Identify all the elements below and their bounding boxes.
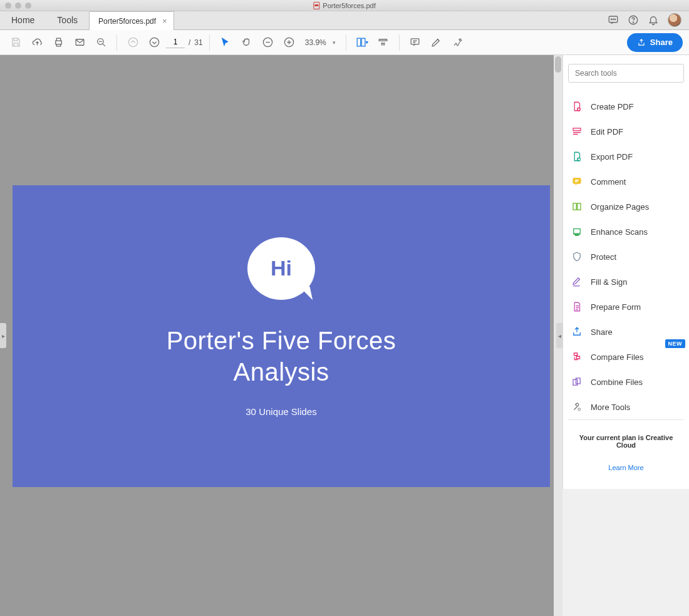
tool-label: Comment — [591, 177, 626, 187]
tools-link[interactable]: Tools — [46, 11, 89, 29]
read-mode-icon[interactable] — [374, 33, 393, 52]
tool-compare-files[interactable]: NEW Compare Files — [568, 344, 684, 369]
svg-rect-23 — [573, 379, 578, 385]
zoom-in-icon[interactable] — [280, 33, 299, 52]
tab-row: Home Tools Porter5forces.pdf × — [0, 11, 689, 30]
plan-message: Your current plan is Creative Cloud — [571, 434, 681, 449]
tool-label: Fill & Sign — [591, 277, 628, 287]
zoom-out-icon[interactable] — [259, 33, 277, 52]
tool-comment[interactable]: Comment — [568, 169, 684, 194]
tool-fill-sign[interactable]: Fill & Sign — [568, 269, 684, 294]
more-tools-icon — [571, 401, 583, 413]
tool-combine-files[interactable]: Combine Files — [568, 369, 684, 394]
left-panel-expander[interactable]: ▸ — [0, 323, 6, 348]
user-avatar[interactable] — [668, 13, 681, 27]
tool-enhance-scans[interactable]: Enhance Scans — [568, 219, 684, 244]
svg-rect-14 — [362, 38, 366, 46]
tool-protect[interactable]: Protect — [568, 244, 684, 269]
learn-more-link[interactable]: Learn More — [571, 464, 681, 471]
mail-icon[interactable] — [70, 33, 89, 52]
window-titlebar: Porter5forces.pdf — [0, 0, 689, 11]
tool-prepare-form[interactable]: Prepare Form — [568, 294, 684, 319]
zoom-out-magnifier-icon[interactable] — [91, 33, 110, 52]
tool-label: Protect — [591, 252, 616, 262]
share-button[interactable]: Share — [627, 33, 683, 52]
tool-edit-pdf[interactable]: Edit PDF — [568, 119, 684, 144]
tool-create-pdf[interactable]: Create PDF — [568, 94, 684, 119]
close-window-icon[interactable] — [5, 3, 11, 9]
right-panel-collapser[interactable]: ◂ — [556, 323, 562, 348]
save-icon[interactable] — [6, 33, 25, 52]
traffic-lights[interactable] — [0, 3, 31, 9]
chat-icon[interactable] — [608, 14, 619, 26]
share-icon — [571, 326, 583, 338]
toolbar-separator — [399, 34, 400, 51]
tool-label: Compare Files — [591, 352, 644, 362]
hand-pan-icon[interactable] — [237, 33, 256, 52]
tool-label: Edit PDF — [591, 127, 623, 136]
zoom-dropdown[interactable]: 33.9% ▾ — [301, 38, 339, 47]
svg-rect-15 — [411, 39, 419, 44]
page-up-icon[interactable] — [123, 33, 142, 52]
compare-files-icon — [571, 351, 583, 363]
slide-title: Porter's Five Forces Analysis — [167, 325, 396, 388]
toolbar-separator — [209, 34, 210, 51]
file-tab[interactable]: Porter5forces.pdf × — [89, 11, 174, 30]
bell-icon[interactable] — [648, 14, 659, 26]
tool-organize-pages[interactable]: Organize Pages — [568, 194, 684, 219]
svg-rect-13 — [357, 38, 361, 46]
svg-rect-17 — [573, 128, 581, 131]
edit-pdf-icon — [571, 125, 583, 138]
svg-point-10 — [150, 38, 158, 46]
close-tab-icon[interactable]: × — [162, 16, 167, 26]
pdf-file-icon — [313, 2, 319, 9]
slide-title-line2: Analysis — [167, 356, 396, 388]
share-upload-icon — [637, 38, 646, 47]
svg-point-1 — [611, 19, 611, 19]
scrollbar-thumb[interactable] — [555, 56, 561, 73]
prepare-form-icon — [571, 300, 583, 313]
pdf-page: Hi Porter's Five Forces Analysis 30 Uniq… — [13, 185, 550, 487]
minimize-window-icon[interactable] — [15, 3, 21, 9]
svg-rect-6 — [55, 41, 61, 44]
header-right-icons — [608, 11, 689, 29]
organize-pages-icon — [571, 200, 583, 213]
share-button-label: Share — [650, 38, 673, 47]
svg-point-2 — [613, 19, 613, 19]
fit-page-icon[interactable]: ▾ — [353, 33, 371, 52]
window-title-text: Porter5forces.pdf — [323, 2, 375, 9]
signature-icon[interactable] — [448, 33, 467, 52]
page-down-icon[interactable] — [145, 33, 163, 52]
svg-point-3 — [614, 19, 615, 19]
arrow-pointer-icon[interactable] — [216, 33, 235, 52]
new-badge: NEW — [665, 339, 686, 348]
bubble-text: Hi — [271, 256, 292, 280]
tool-label: Export PDF — [591, 152, 633, 162]
page-number-input[interactable] — [166, 36, 185, 48]
tool-more-tools[interactable]: More Tools — [568, 394, 684, 419]
slide-subtitle: 30 Unique Slides — [246, 406, 316, 417]
slide-title-line1: Porter's Five Forces — [167, 325, 396, 356]
enhance-scans-icon — [571, 225, 583, 238]
toolbar-separator — [346, 34, 346, 51]
zoom-level: 33.9% — [305, 38, 326, 47]
highlight-pen-icon[interactable] — [427, 33, 446, 52]
svg-point-9 — [128, 38, 137, 46]
cloud-upload-icon[interactable] — [28, 33, 46, 52]
speech-bubble-icon: Hi — [247, 237, 315, 300]
tool-export-pdf[interactable]: Export PDF — [568, 144, 684, 169]
svg-rect-21 — [578, 203, 581, 210]
print-icon[interactable] — [49, 33, 68, 52]
document-viewport[interactable]: ▸ Hi Porter's Five Forces Analysis 30 Un… — [0, 55, 562, 616]
help-icon[interactable] — [628, 14, 639, 26]
create-pdf-icon — [571, 100, 583, 113]
svg-point-5 — [633, 22, 633, 23]
home-link[interactable]: Home — [0, 11, 46, 29]
toolbar: / 31 33.9% ▾ ▾ Share — [0, 30, 689, 55]
search-tools-input[interactable] — [568, 64, 684, 83]
svg-rect-22 — [574, 229, 581, 234]
tool-label: Combine Files — [591, 377, 643, 387]
page-total: 31 — [194, 38, 202, 47]
maximize-window-icon[interactable] — [25, 3, 31, 9]
comment-note-icon[interactable] — [406, 33, 425, 52]
